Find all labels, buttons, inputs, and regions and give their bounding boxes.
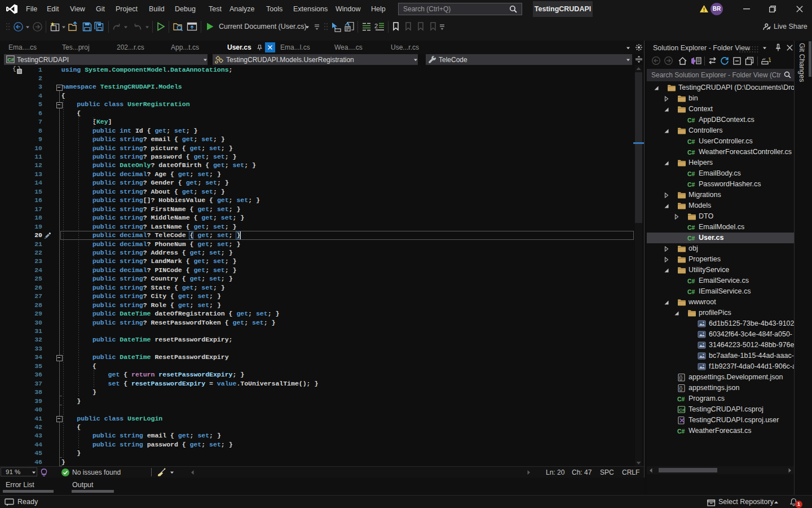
svg-text:C#: C# [687,116,695,123]
svg-text:C#: C# [687,170,695,177]
svg-text:C#: C# [687,234,695,241]
svg-text:C#: C# [7,57,14,63]
svg-text:C#: C# [687,181,695,187]
svg-text:C#: C# [679,408,685,413]
svg-text:2: 2 [374,23,378,29]
svg-text:C#: C# [677,395,685,402]
svg-text:C#: C# [687,277,695,284]
svg-text:C#: C# [677,427,685,434]
svg-text:C#: C# [687,224,695,230]
svg-text:{}: {} [679,375,683,380]
svg-text:{}: {} [679,386,683,391]
svg-text:C#: C# [687,138,695,144]
svg-text:C#: C# [687,288,695,295]
svg-text:C#: C# [687,148,695,155]
